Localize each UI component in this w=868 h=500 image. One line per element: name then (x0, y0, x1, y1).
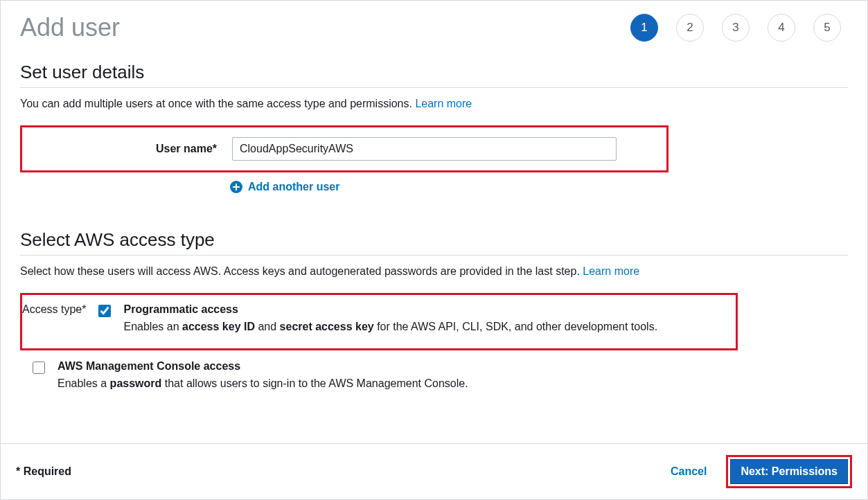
add-another-user-row[interactable]: Add another user (230, 181, 848, 193)
page-container: Add user 1 2 3 4 5 Set user details You … (0, 0, 868, 500)
console-access-desc: Enables a password that allows users to … (57, 375, 468, 393)
footer-bar: * Required Cancel Next: Permissions (1, 443, 867, 499)
step-5[interactable]: 5 (813, 14, 841, 42)
header-row: Add user 1 2 3 4 5 (20, 13, 848, 42)
user-details-learn-more-link[interactable]: Learn more (415, 98, 472, 109)
console-access-text: AWS Management Console access Enables a … (57, 360, 468, 393)
programmatic-checkbox-cell (98, 303, 111, 320)
step-2[interactable]: 2 (676, 14, 704, 42)
programmatic-access-row: Access type* Programmatic access Enables… (22, 303, 729, 336)
console-checkbox-cell (33, 360, 45, 377)
programmatic-access-title: Programmatic access (123, 303, 657, 316)
access-type-desc: Select how these users will access AWS. … (20, 265, 848, 278)
user-details-desc: You can add multiple users at once with … (20, 98, 848, 110)
user-details-desc-text: You can add multiple users at once with … (20, 98, 415, 109)
access-type-desc-text: Select how these users will access AWS. … (20, 265, 583, 277)
access-type-highlight: Access type* Programmatic access Enables… (20, 293, 738, 350)
console-access-checkbox[interactable] (33, 361, 45, 374)
cancel-button[interactable]: Cancel (671, 465, 707, 478)
required-note: * Required (16, 465, 71, 478)
username-row: User name* (22, 137, 659, 161)
user-details-heading: Set user details (20, 62, 848, 88)
programmatic-access-text: Programmatic access Enables an access ke… (123, 303, 657, 336)
next-button-highlight: Next: Permissions (726, 455, 852, 488)
add-another-user-label: Add another user (248, 181, 339, 193)
step-3[interactable]: 3 (722, 14, 750, 42)
access-type-label: Access type* (22, 303, 86, 316)
step-1[interactable]: 1 (630, 14, 658, 42)
access-type-heading: Select AWS access type (20, 229, 848, 256)
access-type-learn-more-link[interactable]: Learn more (583, 265, 639, 277)
username-label: User name* (22, 143, 220, 155)
page-title: Add user (20, 13, 120, 42)
programmatic-access-desc: Enables an access key ID and secret acce… (123, 319, 657, 336)
next-permissions-button[interactable]: Next: Permissions (730, 459, 848, 484)
programmatic-access-checkbox[interactable] (98, 305, 111, 317)
main-content: Add user 1 2 3 4 5 Set user details You … (1, 1, 867, 443)
console-access-row: AWS Management Console access Enables a … (20, 360, 848, 393)
wizard-steps: 1 2 3 4 5 (630, 14, 848, 42)
plus-circle-icon (230, 181, 242, 193)
username-input[interactable] (232, 137, 617, 161)
console-access-title: AWS Management Console access (57, 360, 468, 373)
step-4[interactable]: 4 (768, 14, 795, 42)
username-highlight: User name* (20, 125, 668, 172)
footer-actions: Cancel Next: Permissions (671, 455, 852, 488)
